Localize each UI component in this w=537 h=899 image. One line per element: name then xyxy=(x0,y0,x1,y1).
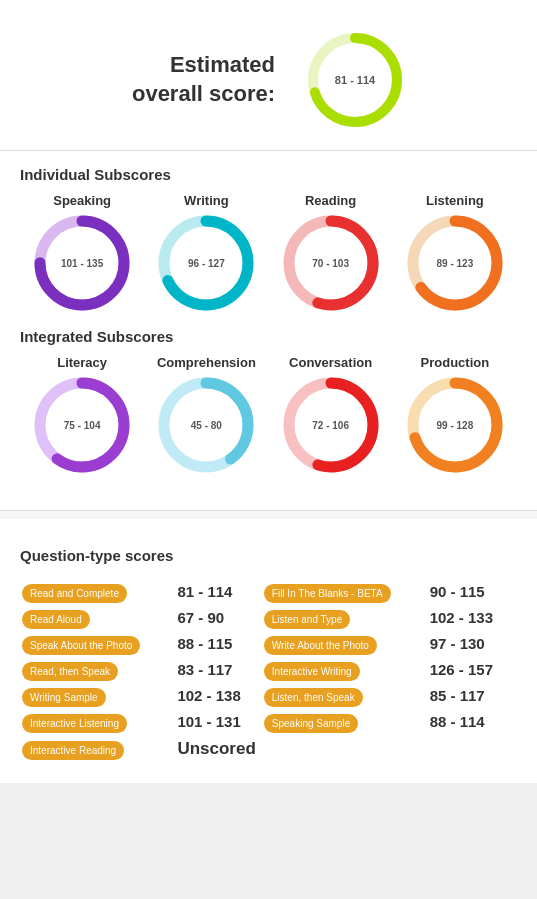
qtype-badge: Interactive Reading xyxy=(22,741,124,760)
qtype-badge: Listen, then Speak xyxy=(264,688,363,707)
table-row: Interactive Listening101 - 131Speaking S… xyxy=(20,709,517,735)
divider xyxy=(0,511,537,519)
qtype-badge: Speak About the Photo xyxy=(22,636,140,655)
individual-subscores-title: Individual Subscores xyxy=(20,166,517,183)
qtype-badge: Read, then Speak xyxy=(22,662,118,681)
qtype-badge: Interactive Writing xyxy=(264,662,360,681)
subscore-label: 89 - 123 xyxy=(437,257,474,270)
score-item: Speaking101 - 135 xyxy=(32,193,132,313)
subscore-donut: 45 - 80 xyxy=(156,375,256,475)
qtype-score: 83 - 117 xyxy=(177,661,232,678)
qtype-score: 85 - 117 xyxy=(430,687,485,704)
table-row: Read and Complete81 - 114Fill In The Bla… xyxy=(20,579,517,605)
subscore-donut: 96 - 127 xyxy=(156,213,256,313)
score-item-label: Listening xyxy=(426,193,484,208)
score-item-label: Comprehension xyxy=(157,355,256,370)
table-row: Writing Sample102 - 138Listen, then Spea… xyxy=(20,683,517,709)
qtype-score: 102 - 133 xyxy=(430,609,493,626)
subscore-donut: 75 - 104 xyxy=(32,375,132,475)
overall-title: Estimatedoverall score: xyxy=(132,51,275,108)
score-item-label: Reading xyxy=(305,193,356,208)
qtype-score: 88 - 115 xyxy=(177,635,232,652)
integrated-scores-row: Literacy75 - 104Comprehension45 - 80Conv… xyxy=(20,355,517,475)
overall-donut: 81 - 114 xyxy=(305,30,405,130)
qtype-score: 97 - 130 xyxy=(430,635,485,652)
qtype-score: 90 - 115 xyxy=(430,583,485,600)
subscore-label: 70 - 103 xyxy=(312,257,349,270)
table-row: Interactive ReadingUnscored xyxy=(20,735,517,763)
qtype-badge: Fill In The Blanks - BETA xyxy=(264,584,391,603)
subscore-donut: 70 - 103 xyxy=(281,213,381,313)
score-item: Comprehension45 - 80 xyxy=(156,355,256,475)
score-item: Reading70 - 103 xyxy=(281,193,381,313)
table-row: Read, then Speak83 - 117Interactive Writ… xyxy=(20,657,517,683)
qtype-table: Read and Complete81 - 114Fill In The Bla… xyxy=(20,579,517,763)
score-item-label: Conversation xyxy=(289,355,372,370)
qtype-score: 88 - 114 xyxy=(430,713,485,730)
qtype-badge: Read Aloud xyxy=(22,610,90,629)
integrated-subscores-title: Integrated Subscores xyxy=(20,328,517,345)
subscore-label: 75 - 104 xyxy=(64,419,101,432)
subscore-label: 72 - 106 xyxy=(312,419,349,432)
individual-scores-row: Speaking101 - 135Writing96 - 127Reading7… xyxy=(20,193,517,313)
qtype-score: 67 - 90 xyxy=(177,609,224,626)
qtype-badge: Listen and Type xyxy=(264,610,350,629)
qtype-badge: Read and Complete xyxy=(22,584,127,603)
question-type-section: Question-type scores Read and Complete81… xyxy=(0,527,537,783)
qtype-badge: Speaking Sample xyxy=(264,714,358,733)
score-item: Writing96 - 127 xyxy=(156,193,256,313)
subscore-label: 96 - 127 xyxy=(188,257,225,270)
qtype-score: Unscored xyxy=(177,739,255,758)
qtype-badge: Writing Sample xyxy=(22,688,106,707)
table-row: Speak About the Photo88 - 115Write About… xyxy=(20,631,517,657)
subscore-label: 45 - 80 xyxy=(191,419,222,432)
score-item: Listening89 - 123 xyxy=(405,193,505,313)
subscore-donut: 72 - 106 xyxy=(281,375,381,475)
subscore-donut: 89 - 123 xyxy=(405,213,505,313)
qtype-title: Question-type scores xyxy=(20,547,517,564)
qtype-score: 101 - 131 xyxy=(177,713,240,730)
subscore-donut: 99 - 128 xyxy=(405,375,505,475)
main-container: Estimatedoverall score: 81 - 114 Individ… xyxy=(0,0,537,783)
qtype-score: 126 - 157 xyxy=(430,661,493,678)
score-item-label: Writing xyxy=(184,193,229,208)
qtype-badge: Interactive Listening xyxy=(22,714,127,733)
score-item: Literacy75 - 104 xyxy=(32,355,132,475)
score-item: Production99 - 128 xyxy=(405,355,505,475)
qtype-score: 81 - 114 xyxy=(177,583,232,600)
subscore-label: 99 - 128 xyxy=(437,419,474,432)
score-item-label: Literacy xyxy=(57,355,107,370)
top-section: Estimatedoverall score: 81 - 114 xyxy=(0,0,537,151)
score-item-label: Production xyxy=(421,355,490,370)
qtype-badge: Write About the Photo xyxy=(264,636,377,655)
score-item-label: Speaking xyxy=(53,193,111,208)
table-row: Read Aloud67 - 90Listen and Type102 - 13… xyxy=(20,605,517,631)
subscores-section: Individual Subscores Speaking101 - 135Wr… xyxy=(0,151,537,511)
subscore-label: 101 - 135 xyxy=(61,257,103,270)
overall-score-label: 81 - 114 xyxy=(335,73,375,87)
qtype-score: 102 - 138 xyxy=(177,687,240,704)
subscore-donut: 101 - 135 xyxy=(32,213,132,313)
score-item: Conversation72 - 106 xyxy=(281,355,381,475)
